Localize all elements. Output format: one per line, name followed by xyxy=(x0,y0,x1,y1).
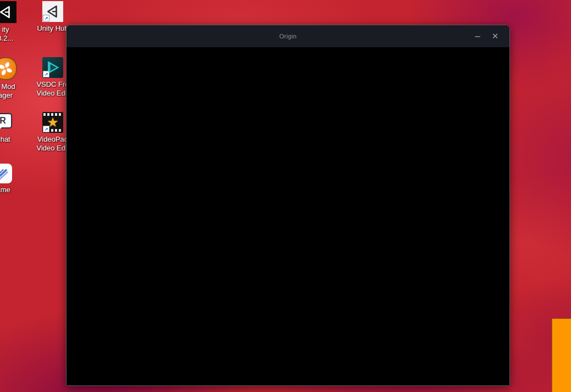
shortcut-arrow-icon: ↗ xyxy=(43,71,49,77)
chat-bubble-icon: R xyxy=(0,113,12,128)
unity-hub-icon: ↗ xyxy=(42,1,63,22)
window-title: Origin xyxy=(279,33,297,40)
icon-label: rame xyxy=(0,186,10,194)
shortcut-arrow-icon: ↗ xyxy=(43,126,49,132)
origin-window-content xyxy=(66,47,509,385)
minimize-button[interactable]: – xyxy=(469,29,486,44)
film-sprockets xyxy=(43,113,62,116)
icon-label: Chat xyxy=(0,135,10,144)
icon-label: VideoPad Video Edit xyxy=(36,135,69,153)
icon-label: Unity Hub xyxy=(37,24,68,33)
origin-window: Origin – ✕ xyxy=(66,25,510,386)
frame-brush-icon xyxy=(0,164,12,183)
desktop-icon-mod-manager[interactable]: s Mod ager xyxy=(0,57,31,100)
icon-label: VSDC Fre Video Edit xyxy=(36,80,69,98)
desktop-icon-chat[interactable]: R Chat xyxy=(0,113,28,144)
vsdc-video-editor-icon: ↗ xyxy=(42,57,63,78)
shortcut-arrow-icon: ↗ xyxy=(43,15,49,21)
icon-label: s Mod ager xyxy=(0,82,15,100)
window-controls: – ✕ xyxy=(469,25,504,47)
desktop-wallpaper: ity 3.2... ↗ Unity Hub s Mod ager ↗ VSDC… xyxy=(0,0,571,392)
mod-manager-icon xyxy=(0,57,17,80)
orange-window-fragment[interactable] xyxy=(552,318,571,392)
icon-label: ity 3.2... xyxy=(0,25,13,43)
origin-titlebar[interactable]: Origin – ✕ xyxy=(66,25,509,47)
unity-icon xyxy=(0,1,16,23)
close-button[interactable]: ✕ xyxy=(486,29,504,44)
desktop-icon-unity-editor[interactable]: ity 3.2... xyxy=(0,1,31,43)
videopad-filmstrip-icon: ★ ↗ xyxy=(42,112,63,133)
desktop-icon-frame[interactable]: rame xyxy=(0,164,27,194)
